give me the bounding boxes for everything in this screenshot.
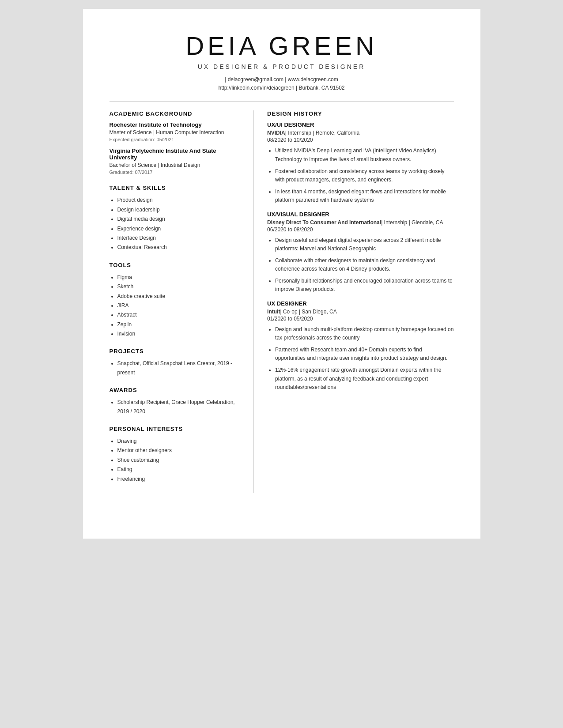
list-item: Freelancing	[117, 475, 241, 483]
list-item: Experience design	[117, 224, 241, 233]
right-column: DESIGN HISTORY UX/UI DESIGNER NVIDIA| In…	[254, 110, 453, 493]
job-intuit-detail: | Co-op | San Diego, CA	[280, 309, 336, 315]
list-item: Scholarship Recipient, Grace Hopper Cele…	[117, 398, 241, 416]
skills-title: TALENT & SKILLS	[110, 185, 241, 191]
left-column: ACADEMIC BACKGROUND Rochester Institute …	[110, 110, 254, 493]
job-disney-dates: 06/2020 to 08/2020	[267, 226, 453, 233]
list-item: Design useful and elegant digital experi…	[275, 236, 453, 253]
awards-section: AWARDS Scholarship Recipient, Grace Hopp…	[110, 387, 241, 416]
projects-list: Snapchat, Official Snapchat Lens Creator…	[110, 359, 241, 377]
list-item: Digital media design	[117, 215, 241, 223]
header-divider	[110, 101, 454, 102]
school-rit-grad: Expected graduation: 05/2021	[110, 137, 241, 142]
projects-title: PROJECTS	[110, 348, 241, 355]
school-vt-name: Virginia Polytechnic Institute And State…	[110, 147, 241, 161]
list-item: Figma	[117, 273, 241, 282]
job-intuit-dates: 01/2020 to 05/2020	[267, 316, 453, 322]
list-item: Collaborate with other designers to main…	[275, 256, 453, 273]
list-item: Zeplin	[117, 320, 241, 329]
list-item: Sketch	[117, 282, 241, 291]
list-item: Snapchat, Official Snapchat Lens Creator…	[117, 359, 241, 377]
school-rit-degree: Master of Science | Human Computer Inter…	[110, 129, 241, 136]
job-intuit-company: Intuit| Co-op | San Diego, CA	[267, 309, 453, 315]
projects-section: PROJECTS Snapchat, Official Snapchat Len…	[110, 348, 241, 377]
candidate-title: UX DESIGNER & PRODUCT DESIGNER	[110, 63, 454, 70]
tools-title: TOOLS	[110, 262, 241, 268]
list-item: 12%-16% engagement rate growth amongst D…	[275, 366, 453, 392]
list-item: Product design	[117, 196, 241, 204]
tools-section: TOOLS Figma Sketch Adobe creative suite …	[110, 262, 241, 339]
job-nvidia-bullets: Utilized NVIDIA's Deep Learning and IVA …	[267, 147, 453, 204]
list-item: JIRA	[117, 301, 241, 310]
list-item: Fostered collaboration and consistency a…	[275, 167, 453, 184]
job-nvidia-dates: 08/2020 to 10/2020	[267, 137, 453, 143]
school-vt-degree: Bachelor of Science | Industrial Design	[110, 162, 241, 168]
interests-list: Drawing Mentor other designers Shoe cust…	[110, 437, 241, 483]
list-item: In less than 4 months, designed elegant …	[275, 188, 453, 204]
school-rit-name: Rochester Institute of Technology	[110, 121, 241, 128]
main-content: ACADEMIC BACKGROUND Rochester Institute …	[110, 110, 454, 493]
list-item: Contextual Research	[117, 243, 241, 252]
contact-line2: http://linkedin.com/in/deiacgreen | Burb…	[110, 84, 454, 92]
job-nvidia-role: UX/UI DESIGNER	[267, 121, 453, 128]
list-item: Design and launch multi-platform desktop…	[275, 325, 453, 342]
job-intuit: UX DESIGNER Intuit| Co-op | San Diego, C…	[267, 300, 453, 392]
job-nvidia-detail: | Internship | Remote, California	[285, 130, 359, 136]
skills-section: TALENT & SKILLS Product design Design le…	[110, 185, 241, 252]
awards-title: AWARDS	[110, 387, 241, 393]
list-item: Partnered with Research team and 40+ Dom…	[275, 346, 453, 362]
job-disney-company: Disney Direct To Consumer And Internatio…	[267, 219, 453, 226]
design-history-title: DESIGN HISTORY	[267, 110, 453, 117]
resume-page: DEIA GREEN UX DESIGNER & PRODUCT DESIGNE…	[83, 9, 480, 539]
contact-info: | deiacgreen@gmail.com | www.deiacgreen.…	[110, 75, 454, 92]
awards-list: Scholarship Recipient, Grace Hopper Cele…	[110, 398, 241, 416]
list-item: Abstract	[117, 310, 241, 319]
academic-section: ACADEMIC BACKGROUND Rochester Institute …	[110, 110, 241, 175]
list-item: Personally built relationships and encou…	[275, 277, 453, 294]
list-item: Eating	[117, 465, 241, 474]
tools-list: Figma Sketch Adobe creative suite JIRA A…	[110, 273, 241, 339]
school-vt: Virginia Polytechnic Institute And State…	[110, 147, 241, 175]
list-item: Shoe customizing	[117, 456, 241, 464]
design-history-section: DESIGN HISTORY UX/UI DESIGNER NVIDIA| In…	[267, 110, 453, 392]
job-disney-role: UX/VISUAL DESIGNER	[267, 211, 453, 218]
list-item: Utilized NVIDIA's Deep Learning and IVA …	[275, 147, 453, 163]
job-nvidia: UX/UI DESIGNER NVIDIA| Internship | Remo…	[267, 121, 453, 204]
interests-section: PERSONAL INTERESTS Drawing Mentor other …	[110, 426, 241, 483]
academic-title: ACADEMIC BACKGROUND	[110, 110, 241, 117]
job-disney: UX/VISUAL DESIGNER Disney Direct To Cons…	[267, 211, 453, 294]
list-item: Interface Design	[117, 234, 241, 242]
candidate-name: DEIA GREEN	[110, 31, 454, 60]
skills-list: Product design Design leadership Digital…	[110, 196, 241, 252]
contact-line1: | deiacgreen@gmail.com | www.deiacgreen.…	[110, 75, 454, 84]
list-item: Adobe creative suite	[117, 292, 241, 301]
job-intuit-bullets: Design and launch multi-platform desktop…	[267, 325, 453, 392]
resume-header: DEIA GREEN UX DESIGNER & PRODUCT DESIGNE…	[110, 31, 454, 92]
list-item: Design leadership	[117, 205, 241, 214]
job-disney-company-name: Disney Direct To Consumer And Internatio…	[267, 219, 381, 226]
job-nvidia-company: NVIDIA| Internship | Remote, California	[267, 130, 453, 136]
job-intuit-role: UX DESIGNER	[267, 300, 453, 307]
school-rit: Rochester Institute of Technology Master…	[110, 121, 241, 142]
list-item: Invision	[117, 329, 241, 338]
job-disney-detail: | Internship | Glendale, CA	[381, 219, 443, 226]
list-item: Mentor other designers	[117, 446, 241, 455]
job-disney-bullets: Design useful and elegant digital experi…	[267, 236, 453, 294]
job-nvidia-company-name: NVIDIA	[267, 130, 285, 136]
interests-title: PERSONAL INTERESTS	[110, 426, 241, 432]
job-intuit-company-name: Intuit	[267, 309, 280, 315]
list-item: Drawing	[117, 437, 241, 445]
school-vt-grad: Graduated: 07/2017	[110, 170, 241, 175]
